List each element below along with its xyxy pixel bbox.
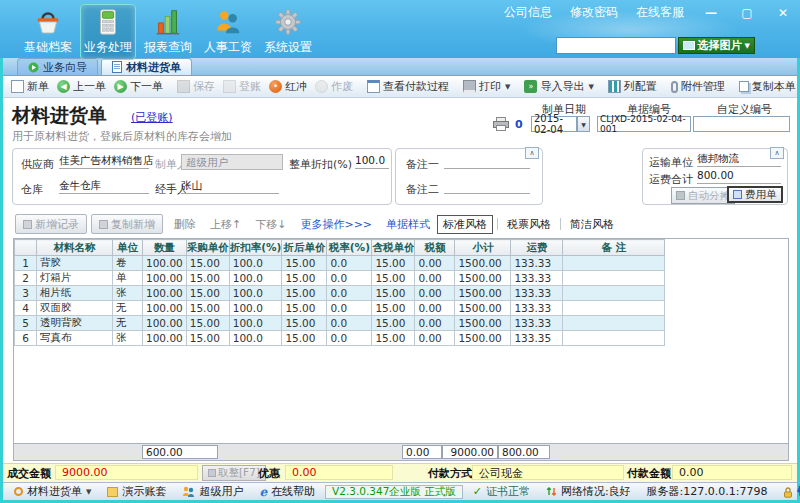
table-cell[interactable]: 100.0: [229, 286, 282, 301]
table-cell[interactable]: 133.33: [511, 316, 563, 331]
table-cell[interactable]: 15.00: [372, 301, 415, 316]
copy-doc-button[interactable]: 复制本单: [735, 78, 800, 95]
table-cell[interactable]: 15.00: [282, 331, 327, 346]
table-cell[interactable]: 1500.00: [455, 256, 511, 271]
auto-split-button[interactable]: 自动分摊: [671, 187, 735, 204]
add-record-button[interactable]: 新增记录: [15, 214, 87, 234]
posted-status-link[interactable]: (已登账): [131, 110, 173, 125]
table-cell[interactable]: [563, 301, 665, 316]
table-cell[interactable]: 无: [113, 301, 143, 316]
column-header[interactable]: 备 注: [563, 240, 665, 256]
table-cell[interactable]: 100.00: [143, 331, 187, 346]
table-cell[interactable]: 15.00: [282, 316, 327, 331]
column-header[interactable]: 数量: [143, 240, 187, 256]
select-image-button[interactable]: 选择图片 ▼: [678, 37, 755, 54]
table-cell[interactable]: 0.0: [327, 286, 372, 301]
table-cell[interactable]: 15.00: [372, 331, 415, 346]
table-cell[interactable]: 0.0: [327, 316, 372, 331]
new-doc-button[interactable]: 新单: [7, 78, 53, 95]
nav-item-business[interactable]: 业务处理: [80, 4, 136, 60]
nav-item-base-archives[interactable]: 基础档案: [20, 4, 76, 60]
supplier-field[interactable]: 佳美广告材料销售店: [59, 154, 149, 169]
table-cell[interactable]: 0.0: [327, 331, 372, 346]
round-button[interactable]: 取整[F7]: [202, 465, 266, 481]
tab-business-wizard[interactable]: 业务向导: [17, 58, 98, 75]
column-header[interactable]: 运费: [511, 240, 563, 256]
table-cell[interactable]: 6: [15, 331, 37, 346]
table-cell[interactable]: 1500.00: [455, 316, 511, 331]
move-down-link[interactable]: 下移↓: [255, 217, 286, 232]
table-cell[interactable]: 张: [113, 331, 143, 346]
table-cell[interactable]: 0.0: [327, 301, 372, 316]
minimize-button[interactable]: —: [702, 6, 720, 20]
column-config-button[interactable]: 列配置: [604, 78, 661, 95]
table-cell[interactable]: 15.00: [372, 256, 415, 271]
grid-scroll-area[interactable]: 材料名称单位数量采购单价折扣率(%)折后单价税率(%)含税单价税额小计运费备 注…: [14, 239, 788, 443]
print-button[interactable]: 打印▼: [459, 78, 514, 95]
table-cell[interactable]: 无: [113, 316, 143, 331]
material-name-cell[interactable]: 透明背胶: [37, 316, 113, 331]
company-info-link[interactable]: 公司信息: [504, 4, 552, 21]
material-name-cell[interactable]: 灯箱片: [37, 271, 113, 286]
doc-number-field[interactable]: CLJXD-2015-02-04-001: [597, 116, 691, 132]
table-row[interactable]: 4双面胶无100.0015.00100.015.000.015.000.0015…: [15, 301, 665, 316]
doc-type-menu[interactable]: 材料进货单 ▼: [14, 484, 91, 499]
table-cell[interactable]: 15.00: [282, 301, 327, 316]
expense-doc-button[interactable]: 费用单: [727, 186, 783, 203]
table-cell[interactable]: 15.00: [186, 316, 229, 331]
column-header[interactable]: 税率(%): [327, 240, 372, 256]
void-button[interactable]: 作废: [311, 78, 357, 95]
remark2-field[interactable]: [444, 179, 530, 194]
table-cell[interactable]: 100.0: [229, 301, 282, 316]
nav-item-settings[interactable]: 系统设置: [260, 4, 316, 60]
table-cell[interactable]: 100.00: [143, 301, 187, 316]
table-cell[interactable]: 0.0: [327, 271, 372, 286]
table-cell[interactable]: 15.00: [186, 271, 229, 286]
table-row[interactable]: 3相片纸张100.0015.00100.015.000.015.000.0015…: [15, 286, 665, 301]
table-cell[interactable]: 133.33: [511, 271, 563, 286]
table-cell[interactable]: 0.0: [327, 256, 372, 271]
import-export-button[interactable]: »导入导出▼: [520, 78, 597, 95]
tab-material-purchase[interactable]: 材料进货单: [101, 58, 192, 75]
table-row[interactable]: 6写真布张100.0015.00100.015.000.015.000.0015…: [15, 331, 665, 346]
table-cell[interactable]: 1500.00: [455, 271, 511, 286]
table-cell[interactable]: 100.00: [143, 271, 187, 286]
current-user-item[interactable]: 超级用户: [182, 484, 243, 499]
table-cell[interactable]: 15.00: [186, 301, 229, 316]
red-reverse-button[interactable]: •红冲: [265, 78, 311, 95]
table-cell[interactable]: 15.00: [282, 256, 327, 271]
custom-number-field[interactable]: [693, 116, 790, 132]
table-cell[interactable]: 15.00: [372, 271, 415, 286]
table-cell[interactable]: 0.00: [415, 331, 455, 346]
material-name-cell[interactable]: 相片纸: [37, 286, 113, 301]
table-cell[interactable]: 4: [15, 301, 37, 316]
handler-field[interactable]: 张山: [181, 179, 279, 194]
table-cell[interactable]: [563, 316, 665, 331]
column-header[interactable]: 材料名称: [37, 240, 113, 256]
paid-amount-value[interactable]: 0.00: [672, 465, 792, 480]
column-header[interactable]: 采购单价: [186, 240, 229, 256]
table-cell[interactable]: 15.00: [372, 316, 415, 331]
table-cell[interactable]: [563, 271, 665, 286]
table-cell[interactable]: [563, 256, 665, 271]
remark1-field[interactable]: [444, 154, 530, 169]
discount-field[interactable]: 100.0: [355, 154, 389, 169]
table-cell[interactable]: 0.00: [415, 316, 455, 331]
material-name-cell[interactable]: 双面胶: [37, 301, 113, 316]
lock-screen-button[interactable]: 锁 屏: [783, 484, 800, 499]
table-cell[interactable]: 100.0: [229, 331, 282, 346]
column-header[interactable]: [15, 240, 37, 256]
prev-doc-button[interactable]: ◀上一单: [53, 78, 110, 95]
table-cell[interactable]: 133.33: [511, 286, 563, 301]
more-actions-link[interactable]: 更多操作>>>: [300, 217, 372, 232]
table-cell[interactable]: 100.00: [143, 316, 187, 331]
column-header[interactable]: 税额: [415, 240, 455, 256]
table-cell[interactable]: 0.00: [415, 256, 455, 271]
table-cell[interactable]: 5: [15, 316, 37, 331]
date-dropdown-button[interactable]: ▼: [577, 116, 590, 132]
table-cell[interactable]: 0.00: [415, 286, 455, 301]
table-cell[interactable]: 15.00: [372, 286, 415, 301]
table-cell[interactable]: 15.00: [186, 256, 229, 271]
column-header[interactable]: 折扣率(%): [229, 240, 282, 256]
table-cell[interactable]: 100.00: [143, 286, 187, 301]
